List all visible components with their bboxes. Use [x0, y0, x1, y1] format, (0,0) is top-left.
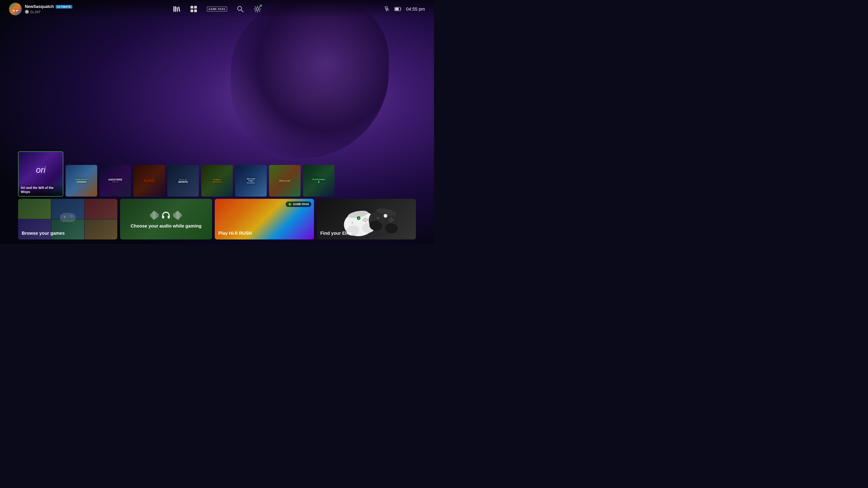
- wave-bar: [157, 213, 158, 218]
- browse-art-4: [18, 219, 51, 239]
- game-tile-psychonauts[interactable]: Psychonauts 2: [303, 165, 335, 197]
- settings-notification-dot: [260, 4, 262, 7]
- browse-art-3: [85, 199, 117, 219]
- svg-rect-4: [191, 6, 193, 8]
- username-row: NewSasquatch ULTIMATE: [25, 4, 72, 9]
- ultimate-badge: ULTIMATE: [56, 5, 72, 8]
- game-tile-ghostwire[interactable]: GHOSTWIRE TOKYO: [99, 165, 131, 197]
- svg-rect-17: [64, 217, 66, 217]
- game-tile-minecraft[interactable]: Minecraft: [269, 165, 301, 197]
- audio-tile-label: Choose your audio while gaming: [131, 223, 202, 229]
- svg-rect-5: [194, 6, 197, 8]
- battery-icon: [395, 7, 402, 11]
- svg-point-18: [70, 216, 71, 217]
- svg-rect-15: [395, 8, 399, 10]
- svg-point-10: [256, 8, 259, 10]
- wave-bar: [155, 211, 155, 219]
- gamerscore-icon: G: [25, 10, 29, 14]
- ghostwire-text: GHOSTWIRE TOKYO: [108, 178, 122, 183]
- topbar: 🦊 NewSasquatch ULTIMATE G 21,337: [0, 0, 434, 18]
- time-display: 04:55 pm: [406, 6, 425, 12]
- left-waves: [150, 211, 159, 220]
- browse-art-1: [18, 199, 51, 219]
- library-nav-icon[interactable]: [173, 5, 181, 13]
- wave-bar: [153, 211, 154, 220]
- elite-tile-label: Find your Elite: [320, 231, 412, 236]
- flight-text: Microsoft Flight Simulator: [247, 178, 255, 184]
- game-tile-flight-sim[interactable]: Microsoft Flight Simulator: [235, 165, 267, 197]
- game-tile-halo[interactable]: HALO INFINITE: [167, 165, 199, 197]
- gamerscore-value: 21,337: [30, 10, 40, 14]
- audio-tile[interactable]: Choose your audio while gaming: [120, 199, 212, 239]
- mic-muted-icon: [383, 5, 390, 13]
- svg-rect-6: [191, 9, 193, 12]
- headphone-svg-icon: [160, 210, 171, 221]
- search-nav-icon[interactable]: [236, 5, 244, 13]
- wave-bar: [158, 214, 159, 217]
- browse-games-label: Browse your games: [22, 231, 114, 236]
- elite-tile[interactable]: ✕: [317, 199, 416, 239]
- wave-bar: [151, 213, 152, 218]
- wave-bar: [152, 212, 153, 219]
- minecraft-text: Minecraft: [279, 180, 290, 182]
- minecraft-legends-text: MINECRAFT LEGENDS: [75, 178, 88, 183]
- svg-line-9: [241, 10, 243, 12]
- user-info: NewSasquatch ULTIMATE G 21,337: [25, 4, 72, 14]
- right-waves: [173, 211, 182, 220]
- game-tile-minecraft-legends[interactable]: MINECRAFT LEGENDS: [66, 165, 97, 197]
- game-tile-forza[interactable]: FORZA Horizon 5: [201, 165, 233, 197]
- wave-bar: [173, 214, 174, 217]
- psychonauts-text: Psychonauts 2: [312, 178, 325, 183]
- wave-bar: [176, 212, 176, 219]
- gamepass-overlay-badge: ⊕ GAME PASS: [286, 201, 311, 207]
- avatar[interactable]: 🦊: [9, 3, 22, 15]
- redfall-text: Redfall: [144, 179, 155, 183]
- svg-point-21: [72, 216, 72, 217]
- wave-bar: [150, 214, 151, 217]
- bottom-tiles: Browse your games: [0, 199, 434, 239]
- halo-text: HALO INFINITE: [178, 178, 188, 183]
- wave-bar: [179, 212, 180, 219]
- wave-bar: [177, 211, 177, 219]
- svg-rect-2: [177, 7, 178, 12]
- svg-rect-7: [194, 9, 197, 12]
- audio-content: Choose your audio while gaming: [127, 199, 205, 239]
- user-section[interactable]: 🦊 NewSasquatch ULTIMATE G 21,337: [9, 3, 72, 15]
- wave-bar: [156, 212, 156, 219]
- settings-nav-icon[interactable]: [253, 5, 261, 13]
- svg-rect-1: [175, 6, 176, 12]
- browse-games-tile[interactable]: Browse your games: [18, 199, 117, 239]
- wave-bar: [178, 211, 178, 220]
- grid-nav-icon[interactable]: [190, 5, 198, 13]
- ori-title-overlay: Ori and the Will of the Wisps: [19, 184, 63, 196]
- gamepass-badge-label: GAME PASS: [207, 6, 227, 11]
- wave-bar: [181, 214, 182, 217]
- wave-bar: [174, 213, 175, 218]
- game-tile-ori[interactable]: Ori and the Will of the Wisps: [18, 151, 63, 197]
- gamepass-nav-icon[interactable]: GAME PASS: [207, 6, 227, 11]
- username: NewSasquatch: [25, 4, 54, 9]
- right-status: 04:55 pm: [383, 5, 425, 13]
- game-tile-redfall[interactable]: Redfall: [133, 165, 165, 197]
- forza-text: FORZA Horizon 5: [212, 179, 221, 183]
- browse-art-6: [85, 219, 117, 239]
- ori-game-title: Ori and the Will of the Wisps: [21, 186, 61, 194]
- gamepass-badge-text: GAME PASS: [293, 203, 309, 206]
- svg-point-20: [71, 215, 72, 216]
- xbox-circle-icon: ⊕: [288, 202, 291, 206]
- games-section: Ori and the Will of the Wisps MINECRAFT …: [0, 151, 434, 197]
- nav-icons: GAME PASS: [173, 5, 261, 13]
- audio-visual: [150, 210, 182, 221]
- hifi-rush-tile[interactable]: ⊕ GAME PASS Play Hi-fi RUSH: [215, 199, 314, 239]
- svg-rect-3: [178, 6, 180, 12]
- wave-bar: [180, 213, 181, 218]
- controller-overlay-icon: [59, 212, 77, 224]
- hifi-rush-label: Play Hi-fi RUSH: [218, 231, 310, 236]
- svg-point-19: [71, 217, 72, 218]
- svg-rect-0: [174, 6, 175, 12]
- gamerscore: G 21,337: [25, 10, 72, 14]
